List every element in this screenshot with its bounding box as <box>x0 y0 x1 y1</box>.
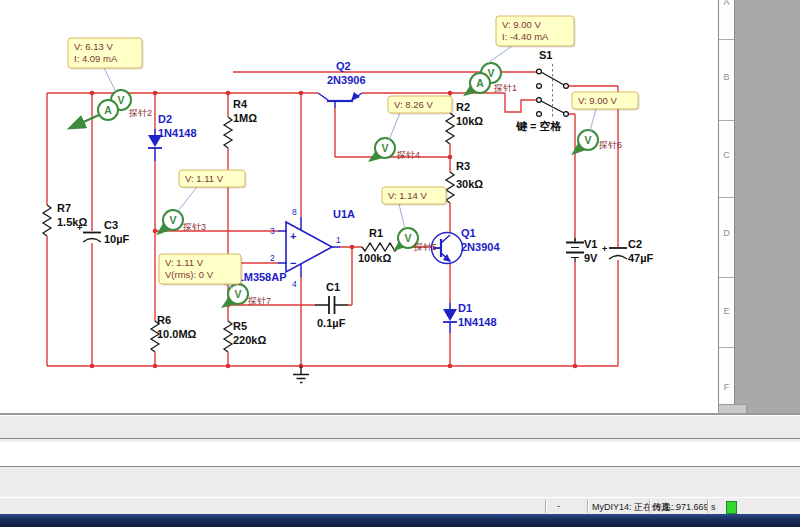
resistor-r1[interactable] <box>362 243 398 251</box>
sheet-row-c: C <box>719 150 734 160</box>
label-s1-ref[interactable]: S1 <box>539 49 552 61</box>
resistor-r2[interactable] <box>446 113 454 144</box>
label-d1-value[interactable]: 1N4148 <box>458 316 497 328</box>
label-r4-value[interactable]: 1MΩ <box>233 112 257 124</box>
probe2-label: 探针2 <box>128 108 152 118</box>
tooltip-probe7-v: V: 1.11 V <box>165 257 204 268</box>
opamp-pin3: 3 <box>270 226 275 236</box>
label-c3-plus: + <box>77 223 82 233</box>
resistor-r7[interactable] <box>43 205 51 236</box>
resistor-r4[interactable] <box>224 117 232 148</box>
battery-v1[interactable] <box>566 238 584 262</box>
opamp-minus-sign: − <box>290 257 296 269</box>
label-r5-value[interactable]: 220kΩ <box>233 334 266 346</box>
probe7-v-letter: V <box>234 288 241 300</box>
tooltip-probe1-v: V: 9.00 V <box>502 19 541 30</box>
label-v1-ref[interactable]: V1 <box>584 238 597 250</box>
scroll-corner <box>718 404 747 413</box>
label-c3-value[interactable]: 10µF <box>104 233 130 245</box>
sheet-row-divider <box>719 347 734 348</box>
label-q2-ref[interactable]: Q2 <box>336 60 351 72</box>
label-c2-value[interactable]: 47µF <box>628 252 654 264</box>
label-c3-ref[interactable]: C3 <box>104 219 118 231</box>
label-r5-ref[interactable]: R5 <box>233 320 247 332</box>
label-c2-ref[interactable]: C2 <box>628 238 642 250</box>
label-q1-ref[interactable]: Q1 <box>461 227 476 239</box>
label-r4-ref[interactable]: R4 <box>233 98 248 110</box>
ground-symbol[interactable] <box>293 366 309 383</box>
tooltip-probe1-i: I: -4.40 mA <box>502 31 549 42</box>
probe-3[interactable]: V 探针3 <box>159 210 206 233</box>
label-r6-ref[interactable]: R6 <box>157 314 171 326</box>
opamp-pin4: 4 <box>292 279 297 289</box>
sheet-row-b: B <box>719 72 734 82</box>
probe-1[interactable]: V A 探针1 <box>466 63 517 94</box>
probe6-label: 探针6 <box>598 140 622 150</box>
sheet-row-f: F <box>719 382 734 392</box>
label-d2-value[interactable]: 1N4148 <box>158 127 197 139</box>
wire-s1-right-upper[interactable] <box>566 86 618 366</box>
tooltip-probe2-i: I: 4.09 mA <box>74 53 118 64</box>
probe-5[interactable]: V 探针5 <box>396 228 437 252</box>
label-r3-value[interactable]: 30kΩ <box>456 178 483 190</box>
sheet-row-e: E <box>719 306 734 316</box>
probe6-v-letter: V <box>584 134 591 146</box>
probe-6[interactable]: V 探针6 <box>574 130 622 153</box>
label-r7-value[interactable]: 1.5kΩ <box>57 216 87 228</box>
tooltip-probe2-v: V: 6.13 V <box>74 41 113 52</box>
tooltip-probe1: V: 9.00 V I: -4.40 mA <box>496 16 576 48</box>
opamp-pin2: 2 <box>270 253 275 263</box>
schematic-canvas[interactable]: + − 3 2 1 8 4 R7 1.5kΩ + C3 <box>0 0 800 413</box>
probe2-v-letter: V <box>117 94 124 106</box>
sheet-row-a: A <box>719 0 734 7</box>
status-separator <box>587 500 588 513</box>
label-d2-ref[interactable]: D2 <box>158 113 172 125</box>
resistor-r5[interactable] <box>224 321 232 352</box>
probe1-label: 探针1 <box>493 83 517 93</box>
opamp-pin1: 1 <box>336 235 341 245</box>
label-v1-value[interactable]: 9V <box>584 252 598 264</box>
wire-s1-jog[interactable] <box>505 93 536 112</box>
tooltip-probe4-v: V: 8.26 V <box>394 99 433 110</box>
probe-2[interactable]: V A 探针2 <box>70 90 152 128</box>
probe4-label: 探针4 <box>396 150 420 160</box>
probe3-v-letter: V <box>169 214 176 226</box>
label-s1-key[interactable]: 键 = 空格 <box>515 120 562 132</box>
label-c1-ref[interactable]: C1 <box>326 281 340 293</box>
label-q2-value[interactable]: 2N3906 <box>327 74 366 86</box>
label-c1-value[interactable]: 0.1µF <box>317 317 346 329</box>
label-u1-value[interactable]: LM358AP <box>237 271 287 283</box>
probe7-label: 探针7 <box>247 296 271 306</box>
label-r1-value[interactable]: 100kΩ <box>358 252 391 264</box>
workspace-background <box>735 0 800 413</box>
label-r2-ref[interactable]: R2 <box>456 101 470 113</box>
tooltip-probe6: V: 9.00 V <box>572 92 640 111</box>
capacitor-c1[interactable] <box>315 296 348 314</box>
label-d1-ref[interactable]: D1 <box>458 302 472 314</box>
diode-d1[interactable] <box>443 303 457 333</box>
probe1-v-letter: V <box>487 67 494 79</box>
label-r1-ref[interactable]: R1 <box>369 227 383 239</box>
sheet-row-divider <box>719 120 734 121</box>
sheet-row-d: D <box>719 228 734 238</box>
label-r3-ref[interactable]: R3 <box>456 160 470 172</box>
simulation-activity-indicator <box>726 501 737 514</box>
capacitor-c3[interactable] <box>83 233 101 243</box>
opamp-plus-sign: + <box>290 230 296 242</box>
transistor-q2[interactable] <box>318 92 362 108</box>
circuit-drawing[interactable]: + − 3 2 1 8 4 R7 1.5kΩ + C3 <box>0 0 718 413</box>
windows-taskbar[interactable] <box>0 514 800 527</box>
label-u1-ref[interactable]: U1A <box>333 208 355 220</box>
probe2-a-letter: A <box>104 104 112 116</box>
switch-s1[interactable] <box>537 64 569 118</box>
results-pane[interactable] <box>0 442 800 466</box>
label-r6-value[interactable]: 10.0MΩ <box>157 328 197 340</box>
capacitor-c2[interactable] <box>609 248 627 259</box>
label-q1-value[interactable]: 2N3904 <box>461 241 500 253</box>
probe4-v-letter: V <box>381 142 388 154</box>
status-separator <box>649 500 650 513</box>
sheet-border-strip: A B C D E F <box>718 0 735 413</box>
label-r2-value[interactable]: 10kΩ <box>456 115 483 127</box>
label-r7-ref[interactable]: R7 <box>57 202 71 214</box>
tooltip-probe6-v: V: 9.00 V <box>578 95 617 106</box>
